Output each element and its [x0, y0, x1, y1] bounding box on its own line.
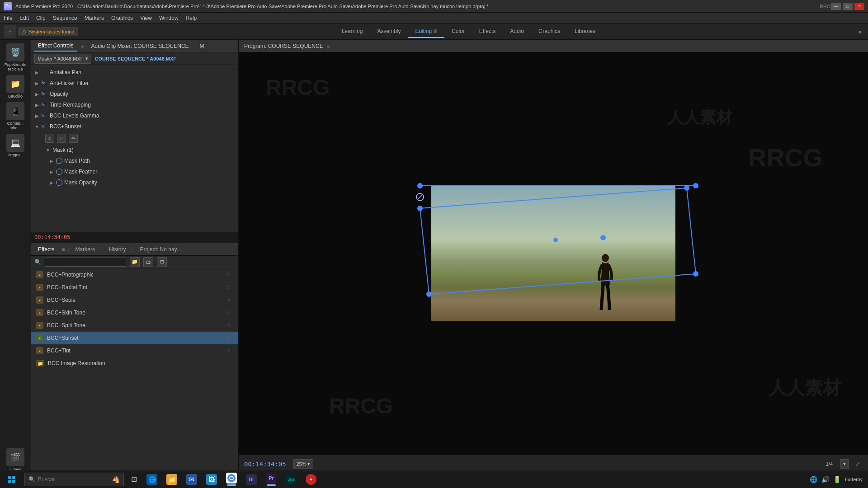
menu-file[interactable]: File [4, 15, 12, 21]
effect-item-tint[interactable]: ▪ BCC+Tint ☆ [31, 344, 238, 357]
effect-controls-menu-icon[interactable]: ≡ [80, 43, 84, 49]
expand-mask-feather[interactable]: ▶ [49, 169, 54, 174]
expand-opacity[interactable]: ▶ [34, 91, 40, 97]
tint-star[interactable]: ☆ [226, 347, 233, 354]
effect-item-image-restoration[interactable]: 📁 BCC Image Restoration [31, 357, 238, 370]
effects-tab-project[interactable]: Project: No hay... [137, 244, 185, 254]
nav-color[interactable]: Color [444, 25, 472, 38]
icon-grid-btn[interactable]: ⊞ [157, 257, 167, 267]
desktop-icon-content[interactable]: 📱 Conten... ipho... [3, 102, 28, 130]
monitor-menu-icon[interactable]: ≡ [327, 43, 330, 49]
taskbar-search-input[interactable] [38, 476, 109, 483]
home-button[interactable]: ⌂ [4, 25, 16, 38]
extra-tab[interactable]: M [196, 41, 208, 51]
sepia-star[interactable]: ☆ [226, 297, 233, 303]
effect-item-photographic[interactable]: ▪ BCC+Photographic ☆ [31, 268, 238, 281]
tray-network[interactable]: 🌐 [810, 475, 818, 483]
monitor-timecode[interactable]: 00:14:34:05 [244, 460, 286, 468]
search-input[interactable] [45, 258, 126, 267]
nav-libraries[interactable]: Libraries [567, 25, 603, 38]
taskbar-explorer[interactable]: 📁 [162, 470, 182, 488]
skin-tone-star[interactable]: ☆ [226, 310, 233, 316]
effects-menu-icon[interactable]: ≡ [61, 246, 65, 253]
desktop-icon-program[interactable]: 💻 Progra... [3, 134, 28, 157]
mask-item-opacity: ▶ Mask Opacity [31, 177, 238, 188]
taskbar-search-box[interactable]: 🔍 🐴 [24, 473, 124, 486]
expand-antialias[interactable]: ▶ [34, 70, 40, 75]
menu-edit[interactable]: Edit [19, 15, 29, 21]
menu-help[interactable]: Help [186, 15, 197, 21]
chrome-indicator [227, 484, 236, 486]
pen-mask-btn[interactable]: ✏ [69, 134, 78, 143]
taskbar-red-app[interactable]: ● [301, 470, 321, 488]
desktop-icon-recycle[interactable]: 🗑️ Papelera de reciclaje [3, 43, 28, 71]
taskbar-mail[interactable]: ✉ [182, 470, 202, 488]
page-indicator: 1/4 [826, 461, 833, 467]
effect-item-skin-tone[interactable]: ▪ BCC+Skin Tone ☆ [31, 306, 238, 319]
zoom-select[interactable]: 25% ▾ [293, 459, 313, 469]
new-bin-btn[interactable]: 📁 [130, 257, 140, 267]
menu-window[interactable]: Window [159, 15, 179, 21]
page-select[interactable]: ▾ [840, 459, 849, 469]
expand-mask[interactable]: ▼ [45, 147, 51, 153]
effect-mask-opacity: Mask Opacity [64, 179, 235, 186]
master-dropdown[interactable]: Master * A0048.MXF ▾ [34, 54, 91, 64]
taskbar-premiere[interactable]: Pr [261, 470, 281, 488]
premiere-icon: Pr [4, 2, 12, 10]
effect-item-sunset[interactable]: ▪ BCC+Sunset ☆ [31, 332, 238, 344]
radial-tint-star[interactable]: ☆ [226, 284, 233, 291]
effect-item-radial-tint[interactable]: ▪ BCC+Radial Tint ☆ [31, 281, 238, 294]
menu-markers[interactable]: Markers [85, 15, 104, 21]
alert-badge[interactable]: ⚠ System issues found [18, 27, 78, 36]
split-tone-star[interactable]: ☆ [226, 322, 233, 328]
effects-tab-history[interactable]: History [105, 244, 129, 254]
menu-view[interactable]: View [140, 15, 152, 21]
zoom-fit-btn[interactable]: ⤢ [853, 459, 863, 469]
effects-tab-effects[interactable]: Effects [34, 244, 58, 254]
audio-mixer-tab[interactable]: Audio Clip Mixer: COURSE SEQUENCE [88, 41, 193, 51]
effect-item-sepia[interactable]: ▪ BCC+Sepia ☆ [31, 294, 238, 306]
close-button[interactable]: ✕ [854, 3, 864, 10]
start-button[interactable] [0, 470, 23, 488]
effect-controls-tab[interactable]: Effect Controls [34, 41, 77, 52]
expand-mask-opacity[interactable]: ▶ [49, 180, 54, 185]
nav-editing[interactable]: Editing [408, 25, 444, 38]
expand-sunset[interactable]: ▼ [34, 124, 40, 129]
ellipse-mask-btn[interactable]: ○ [45, 134, 54, 143]
clip-selector: Master * A0048.MXF ▾ COURSE SEQUENCE * A… [31, 52, 238, 65]
svg-point-8 [684, 185, 689, 191]
desktop-icon-videos[interactable]: 🎬 videos [3, 448, 28, 472]
tray-sound[interactable]: 🔊 [821, 475, 830, 483]
rect-mask-btn[interactable]: □ [57, 134, 66, 143]
effects-tab-markers[interactable]: Markers [72, 244, 99, 254]
new-item-btn[interactable]: 🗂 [143, 257, 153, 267]
expand-mask-path[interactable]: ▶ [49, 158, 54, 164]
minimize-button[interactable]: — [831, 3, 841, 10]
taskbar-bridge[interactable]: Br [241, 470, 261, 488]
nav-graphics[interactable]: Graphics [531, 25, 567, 38]
taskbar-chrome[interactable] [222, 470, 241, 488]
effect-item-split-tone[interactable]: ▪ BCC+Split Tone ☆ [31, 319, 238, 332]
mask-item-feather: ▶ Mask Feather [31, 166, 238, 177]
taskbar-edge[interactable]: 🌐 [142, 470, 162, 488]
photographic-star[interactable]: ☆ [226, 272, 233, 278]
taskbar-audition[interactable]: Au [281, 470, 301, 488]
desktop-icon-baudilio[interactable]: 📁 Baudilio [3, 75, 28, 99]
menu-sequence[interactable]: Sequence [53, 15, 77, 21]
nav-effects[interactable]: Effects [472, 25, 503, 38]
taskbar-photos[interactable]: 🖼 [202, 470, 222, 488]
nav-audio[interactable]: Audio [503, 25, 531, 38]
expand-antiflicker[interactable]: ▶ [34, 80, 40, 86]
nav-learning[interactable]: Learning [335, 25, 370, 38]
menu-graphics[interactable]: Graphics [111, 15, 133, 21]
task-view-btn[interactable]: ⊡ [126, 471, 142, 488]
mask-opacity-icon [56, 179, 62, 186]
nav-assembly[interactable]: Assembly [370, 25, 408, 38]
maximize-button[interactable]: □ [843, 3, 853, 10]
expand-time[interactable]: ▶ [34, 102, 40, 108]
menu-clip[interactable]: Clip [36, 15, 46, 21]
nav-more[interactable]: » [855, 25, 864, 38]
effects-panel: Effects ≡ | Markers | History | Project:… [31, 243, 238, 475]
expand-levels[interactable]: ▶ [34, 113, 40, 118]
sunset-star[interactable]: ☆ [226, 335, 233, 341]
